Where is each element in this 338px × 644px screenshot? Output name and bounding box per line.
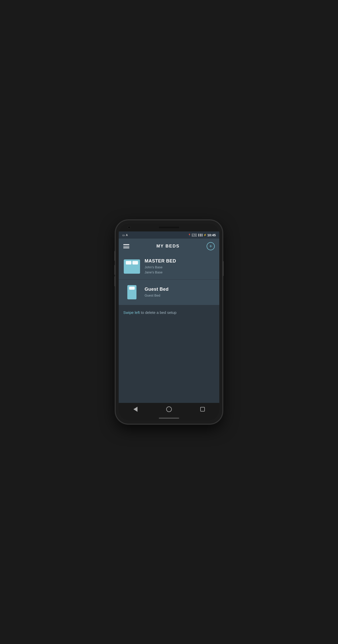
pillow-right: [132, 261, 138, 265]
page-title: MY BEDS: [156, 244, 179, 249]
hamburger-line-2: [123, 246, 129, 247]
pillow-left: [126, 261, 131, 265]
hamburger-line-1: [123, 244, 129, 245]
master-bed-name: MASTER BED: [145, 258, 215, 264]
guest-bed-sub-1: Guest Bed: [145, 293, 215, 298]
guest-bed-icon-container: [123, 284, 141, 301]
phone-top-bar: [119, 223, 219, 231]
location-icon: 📍: [188, 234, 191, 236]
hamburger-line-3: [123, 247, 129, 248]
back-icon: [133, 407, 137, 412]
master-bed-icon-container: [123, 258, 141, 275]
add-bed-button[interactable]: +: [207, 242, 215, 250]
home-bar: [159, 418, 179, 419]
phone-bottom-bar: [119, 416, 219, 421]
phone-frame: 🗂 A 📍 LTE ▐▐▐ ⚡ 10:45 MY BEDS +: [116, 220, 222, 424]
lte-icon: LTE: [192, 234, 197, 237]
bed-list: MASTER BED John's Base Jane's Base Guest…: [119, 254, 219, 403]
swipe-hint-highlight: Swipe left: [123, 310, 140, 315]
status-left: 🗂 A: [122, 233, 128, 237]
bottom-nav: [119, 403, 219, 416]
master-bed-info: MASTER BED John's Base Jane's Base: [145, 258, 215, 275]
guest-bed-info: Guest Bed Guest Bed: [145, 287, 215, 298]
master-bed-sub-1: John's Base Jane's Base: [145, 265, 215, 275]
back-button[interactable]: [132, 406, 139, 413]
swipe-hint-rest: to delete a bed setup: [140, 310, 176, 315]
status-time: 10:45: [207, 233, 216, 237]
master-bed-item[interactable]: MASTER BED John's Base Jane's Base: [119, 254, 219, 280]
single-pillow: [129, 287, 135, 290]
status-right: 📍 LTE ▐▐▐ ⚡ 10:45: [188, 233, 216, 237]
status-bar: 🗂 A 📍 LTE ▐▐▐ ⚡ 10:45: [119, 231, 219, 239]
speaker: [159, 227, 179, 228]
home-icon: [166, 406, 172, 412]
phone-screen: 🗂 A 📍 LTE ▐▐▐ ⚡ 10:45 MY BEDS +: [119, 223, 219, 421]
app-header: MY BEDS +: [119, 239, 219, 254]
double-bed-icon: [124, 259, 140, 274]
sim-icon: 🗂: [122, 234, 125, 237]
guest-bed-name: Guest Bed: [145, 287, 215, 292]
battery-icon: ⚡: [204, 234, 206, 236]
home-button[interactable]: [165, 406, 173, 413]
guest-bed-item[interactable]: Guest Bed Guest Bed: [119, 280, 219, 305]
camera: [128, 226, 130, 229]
signal-icon: ▐▐▐: [198, 234, 203, 236]
single-bed-icon: [127, 285, 136, 299]
recents-icon: [200, 407, 205, 412]
font-icon: A: [126, 233, 128, 237]
hamburger-menu[interactable]: [123, 244, 129, 248]
swipe-hint: Swipe left to delete a bed setup: [119, 305, 219, 320]
recents-button[interactable]: [199, 406, 206, 413]
